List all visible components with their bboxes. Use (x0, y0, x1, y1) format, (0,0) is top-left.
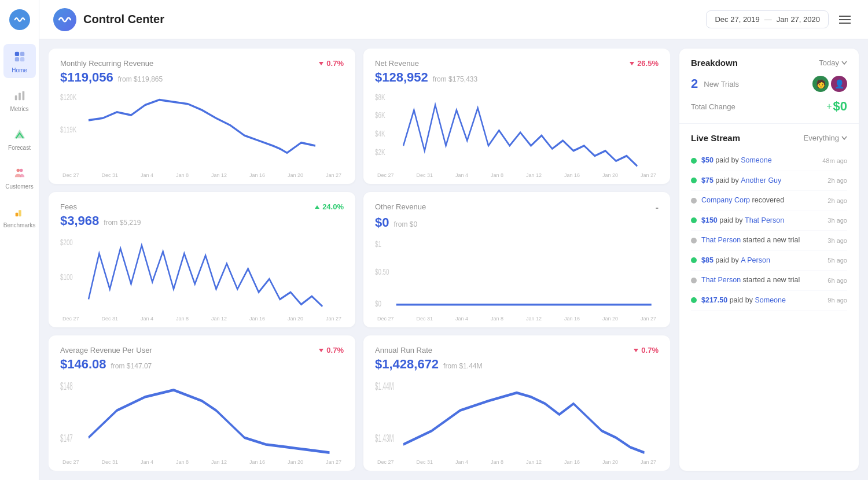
new-trials-count: 2 (691, 76, 698, 91)
svg-text:$119K: $119K (60, 125, 76, 134)
arpu-x-labels: Dec 27 Dec 31 Jan 4 Jan 8 Jan 12 Jan 16 … (60, 459, 344, 465)
arpu-badge: 0.7% (318, 346, 344, 355)
stream-time-6: 6h ago (827, 277, 847, 284)
home-icon (12, 49, 28, 65)
svg-text:$148: $148 (60, 380, 73, 392)
sidebar-item-home-label: Home (12, 67, 27, 73)
new-trials-label: New Trials (704, 80, 807, 88)
mrr-from: from $119,865 (118, 75, 163, 83)
stream-item-5: $85 paid by A Person 5h ago (691, 251, 847, 271)
stream-text-2: Company Corp recovered (701, 195, 823, 206)
sidebar: Home Metrics Forecast (0, 0, 39, 480)
live-stream-dropdown[interactable]: Everything (804, 134, 847, 142)
stream-text-1: $75 paid by Another Guy (701, 176, 823, 186)
sidebar-item-forecast[interactable]: Forecast (3, 121, 36, 156)
sidebar-item-benchmarks-label: Benchmarks (3, 222, 36, 228)
mrr-chart-card: Monthly Recurring Revenue 0.7% $119,056 … (49, 49, 355, 184)
main-content: Control Center Dec 27, 2019 — Jan 27, 20… (39, 0, 868, 480)
arr-x-labels: Dec 27 Dec 31 Jan 4 Jan 8 Jan 12 Jan 16 … (375, 459, 659, 465)
stream-item-4: That Person started a new trial 3h ago (691, 231, 847, 251)
net-revenue-chart-svg: $8K $6K $4K $2K (375, 90, 659, 171)
total-change-plus: + (826, 101, 832, 112)
stream-text-7: $217.50 paid by Someone (701, 296, 823, 306)
stream-time-0: 48m ago (822, 157, 847, 164)
content-area: Monthly Recurring Revenue 0.7% $119,056 … (39, 39, 868, 480)
net-revenue-from: from $175,433 (433, 75, 477, 83)
sidebar-item-metrics-label: Metrics (10, 106, 28, 112)
svg-marker-23 (315, 205, 319, 209)
arr-title: Annual Run Rate (375, 346, 633, 355)
header-logo (53, 8, 76, 31)
new-trials-row: 2 New Trials 🧑 👤 (691, 76, 847, 92)
sidebar-item-metrics[interactable]: Metrics (3, 83, 36, 117)
forecast-icon (12, 126, 28, 142)
stream-dot-1 (691, 178, 697, 183)
svg-rect-1 (20, 52, 24, 56)
stream-time-5: 5h ago (827, 257, 847, 264)
stream-item-2: Company Corp recovered 2h ago (691, 191, 847, 211)
svg-marker-33 (634, 349, 638, 352)
stream-text-6: That Person started a new trial (701, 275, 823, 286)
svg-rect-2 (14, 57, 19, 61)
sidebar-item-customers[interactable]: Customers (3, 160, 36, 194)
arr-chart-card: Annual Run Rate 0.7% $1,428,672 from $1.… (363, 335, 670, 471)
other-revenue-chart-svg: $1 $0.50 $0 (375, 235, 659, 315)
other-revenue-badge: - (656, 202, 659, 213)
menu-button[interactable] (836, 10, 854, 29)
net-revenue-value: $128,952 (375, 70, 428, 85)
live-stream-section: Live Stream Everything $50 paid by Someo… (679, 124, 859, 471)
arr-badge: 0.7% (633, 346, 659, 355)
date-to: Jan 27, 2020 (777, 15, 820, 24)
sidebar-item-home[interactable]: Home (3, 44, 36, 78)
stream-dot-0 (691, 158, 697, 164)
arpu-from: from $147.07 (111, 362, 152, 370)
svg-marker-15 (319, 62, 323, 65)
mrr-value: $119,056 (60, 70, 113, 85)
sidebar-item-forecast-label: Forecast (8, 145, 31, 151)
stream-dot-2 (691, 198, 697, 204)
stream-dot-5 (691, 257, 697, 263)
avatar-1: 🧑 (812, 76, 829, 92)
stream-text-3: $150 paid by That Person (701, 216, 823, 226)
fees-badge: 24.0% (314, 202, 344, 211)
mrr-chart-svg: $120K $119K (60, 90, 344, 171)
arpu-value: $146.08 (60, 357, 106, 372)
date-range-picker[interactable]: Dec 27, 2019 — Jan 27, 2020 (706, 10, 829, 28)
svg-point-9 (20, 169, 23, 172)
page-title: Control Center (83, 13, 706, 26)
total-change-label: Total Change (691, 102, 826, 111)
right-panel: Breakdown Today 2 New Trials 🧑 👤 Total (679, 49, 859, 471)
breakdown-dropdown[interactable]: Today (819, 58, 847, 67)
benchmarks-icon (12, 204, 28, 220)
svg-text:$200: $200 (60, 238, 73, 247)
other-revenue-value: $0 (375, 215, 389, 230)
mrr-x-labels: Dec 27 Dec 31 Jan 4 Jan 8 Jan 12 Jan 16 … (60, 172, 344, 178)
svg-marker-18 (630, 62, 634, 65)
other-revenue-title: Other Revenue (375, 202, 656, 211)
arr-from: from $1.44M (443, 362, 482, 370)
stream-time-2: 2h ago (827, 197, 847, 204)
net-revenue-x-labels: Dec 27 Dec 31 Jan 4 Jan 8 Jan 12 Jan 16 … (375, 172, 659, 178)
avatar-group: 🧑 👤 (812, 76, 847, 92)
other-revenue-x-labels: Dec 27 Dec 31 Jan 4 Jan 8 Jan 12 Jan 16 … (375, 316, 659, 322)
arpu-chart-card: Average Revenue Per User 0.7% $146.08 fr… (49, 335, 355, 471)
net-revenue-badge: 26.5% (629, 59, 659, 68)
svg-rect-10 (15, 213, 18, 216)
svg-marker-30 (319, 349, 323, 352)
svg-text:$1.43M: $1.43M (375, 431, 394, 444)
net-revenue-title: Net Revenue (375, 59, 629, 68)
svg-text:$1: $1 (375, 239, 381, 249)
stream-item-1: $75 paid by Another Guy 2h ago (691, 171, 847, 191)
svg-rect-6 (22, 91, 24, 101)
stream-dot-4 (691, 238, 697, 243)
stream-text-4: That Person started a new trial (701, 235, 823, 246)
sidebar-item-benchmarks[interactable]: Benchmarks (3, 199, 36, 233)
stream-time-4: 3h ago (827, 237, 847, 244)
stream-time-3: 3h ago (827, 217, 847, 224)
charts-grid: Monthly Recurring Revenue 0.7% $119,056 … (49, 49, 670, 471)
svg-rect-11 (19, 210, 21, 216)
svg-rect-4 (14, 95, 17, 100)
stream-item-3: $150 paid by That Person 3h ago (691, 211, 847, 231)
fees-x-labels: Dec 27 Dec 31 Jan 4 Jan 8 Jan 12 Jan 16 … (60, 316, 344, 322)
svg-text:$4K: $4K (375, 129, 385, 138)
